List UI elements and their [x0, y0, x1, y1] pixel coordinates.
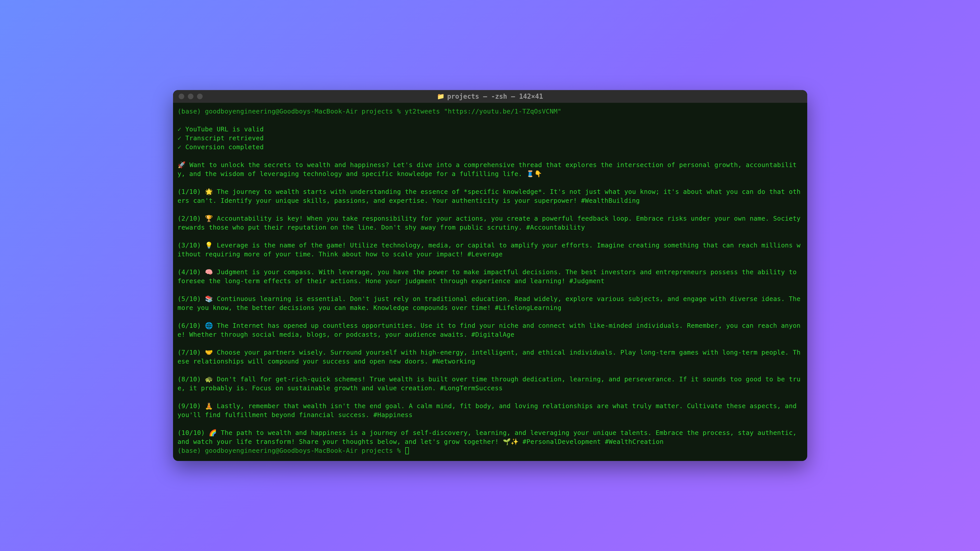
prompt-line-2: (base) goodboyengineering@Goodboys-MacBo…: [178, 446, 803, 455]
tweet: (4/10) 🧠 Judgment is your compass. With …: [178, 268, 803, 286]
folder-icon: 📁: [437, 94, 445, 100]
tweet: (6/10) 🌐 The Internet has opened up coun…: [178, 321, 803, 339]
minimize-button[interactable]: [188, 94, 193, 99]
tweet: (7/10) 🤝 Choose your partners wisely. Su…: [178, 348, 803, 366]
status-line: ✓ YouTube URL is valid: [178, 125, 803, 134]
tweet: (5/10) 📚 Continuous learning is essentia…: [178, 294, 803, 312]
terminal-window: 📁 projects — -zsh — 142×41 (base) goodbo…: [173, 90, 807, 461]
window-title-text: projects — -zsh — 142×41: [447, 93, 543, 100]
status-text: Transcript retrieved: [185, 135, 264, 142]
thread-intro: 🚀 Want to unlock the secrets to wealth a…: [178, 160, 803, 178]
prompt-env: (base): [178, 108, 201, 115]
close-button[interactable]: [179, 94, 184, 99]
titlebar: 📁 projects — -zsh — 142×41: [173, 90, 807, 103]
prompt-cwd: projects: [362, 108, 393, 115]
prompt-symbol: %: [397, 447, 401, 454]
tweet: (3/10) 💡 Leverage is the name of the gam…: [178, 241, 803, 259]
tweet: (1/10) 🌟 The journey to wealth starts wi…: [178, 187, 803, 205]
status-text: Conversion completed: [185, 143, 264, 151]
prompt-cwd: projects: [362, 447, 393, 454]
tweet: (10/10) 🌈 The path to wealth and happine…: [178, 428, 803, 446]
prompt-env: (base): [178, 447, 201, 454]
status-text: YouTube URL is valid: [185, 125, 264, 133]
tweet: (9/10) 🧘 Lastly, remember that wealth is…: [178, 402, 803, 419]
check-icon: ✓: [178, 135, 181, 142]
terminal-body[interactable]: (base) goodboyengineering@Goodboys-MacBo…: [173, 103, 807, 461]
status-block: ✓ YouTube URL is valid✓ Transcript retri…: [178, 125, 803, 151]
tweet: (2/10) 🏆 Accountability is key! When you…: [178, 214, 803, 232]
check-icon: ✓: [178, 143, 181, 151]
cursor: [405, 447, 409, 454]
tweet: (8/10) 🐢 Don't fall for get-rich-quick s…: [178, 375, 803, 392]
status-line: ✓ Transcript retrieved: [178, 134, 803, 143]
zoom-button[interactable]: [197, 94, 203, 99]
prompt-userhost: goodboyengineering@Goodboys-MacBook-Air: [205, 108, 358, 115]
window-title: 📁 projects — -zsh — 142×41: [437, 93, 543, 100]
prompt-line-1: (base) goodboyengineering@Goodboys-MacBo…: [178, 107, 803, 116]
prompt-userhost: goodboyengineering@Goodboys-MacBook-Air: [205, 447, 358, 454]
status-line: ✓ Conversion completed: [178, 143, 803, 151]
command-text: yt2tweets "https://youtu.be/1-TZqOsVCNM": [405, 108, 562, 115]
check-icon: ✓: [178, 125, 181, 133]
traffic-lights: [173, 94, 203, 99]
prompt-symbol: %: [397, 108, 401, 115]
